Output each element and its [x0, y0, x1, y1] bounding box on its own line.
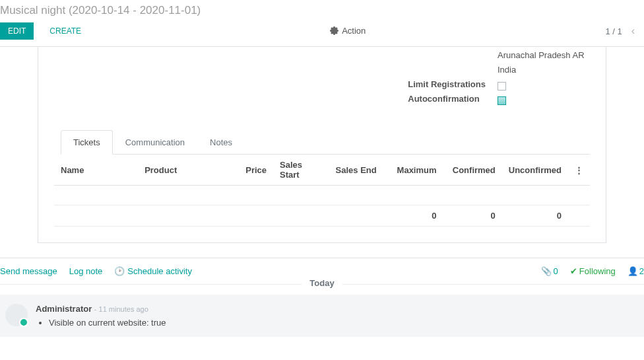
attach-count: 0 [554, 266, 558, 276]
total-unconfirmed: 0 [502, 205, 568, 227]
create-button[interactable]: CREATE [40, 22, 90, 40]
col-maximum[interactable]: Maximum [385, 155, 443, 186]
following-button[interactable]: ✔ Following [570, 266, 616, 276]
attachments-link[interactable]: 📎 0 [541, 266, 558, 276]
followers-count-button[interactable]: 👤2 [628, 266, 644, 276]
breadcrumb: Musical night (2020-10-14 - 2020-11-01) [0, 0, 644, 17]
autoconfirmation-label: Autoconfirmation [408, 92, 486, 106]
empty-rows [54, 186, 590, 205]
paperclip-icon: 📎 [541, 266, 552, 276]
form-card: Limit Registrations Autoconfirmation Aru… [38, 47, 606, 243]
kebab-icon[interactable]: ⋮ [568, 155, 590, 186]
person-icon: 👤 [628, 266, 638, 276]
col-unconfirmed[interactable]: Unconfirmed [502, 155, 568, 186]
pager-text: 1 / 1 [605, 26, 622, 36]
col-product[interactable]: Product [138, 155, 234, 186]
avatar[interactable] [5, 304, 28, 326]
toolbar: EDIT CREATE Action 1 / 1 ‹ [0, 17, 644, 47]
gear-icon [330, 26, 338, 35]
followers-count: 2 [639, 266, 644, 276]
tickets-table: Name Product Price Sales Start Sales End… [54, 155, 590, 227]
schedule-activity-link[interactable]: 🕑 Schedule activity [114, 266, 192, 276]
tab-communication[interactable]: Communication [113, 130, 197, 155]
date-separator: Today [302, 278, 342, 288]
col-sales-end[interactable]: Sales End [329, 155, 385, 186]
message-line: Visible on current website: true [49, 318, 639, 328]
following-label: Following [579, 266, 616, 276]
limit-registrations-label: Limit Registrations [408, 77, 486, 92]
col-price[interactable]: Price [234, 155, 273, 186]
action-label: Action [342, 26, 366, 36]
message-time: - 11 minutes ago [94, 305, 148, 313]
col-confirmed[interactable]: Confirmed [443, 155, 502, 186]
check-icon: ✔ [570, 266, 577, 276]
clock-icon: 🕑 [114, 266, 125, 276]
message-author[interactable]: Administrator [36, 304, 92, 314]
total-confirmed: 0 [443, 205, 502, 227]
venue-country: India [498, 63, 590, 77]
chevron-left-icon[interactable]: ‹ [631, 25, 635, 37]
message-row: Administrator - 11 minutes ago Visible o… [0, 295, 644, 337]
col-sales-start[interactable]: Sales Start [273, 155, 329, 186]
tab-tickets[interactable]: Tickets [61, 130, 113, 155]
col-name[interactable]: Name [54, 155, 138, 186]
tab-notes[interactable]: Notes [197, 130, 245, 155]
chatter: Send message Log note 🕑 Schedule activit… [0, 258, 644, 337]
total-maximum: 0 [385, 205, 443, 227]
venue-state: Arunachal Pradesh AR [498, 48, 590, 63]
log-note-link[interactable]: Log note [69, 266, 103, 276]
send-message-link[interactable]: Send message [0, 266, 57, 276]
limit-registrations-checkbox[interactable] [498, 82, 506, 90]
action-dropdown[interactable]: Action [330, 26, 366, 36]
autoconfirmation-checkbox[interactable] [498, 96, 506, 105]
edit-button[interactable]: EDIT [0, 22, 34, 40]
tabs: Tickets Communication Notes [61, 130, 590, 155]
schedule-activity-label: Schedule activity [127, 266, 192, 276]
